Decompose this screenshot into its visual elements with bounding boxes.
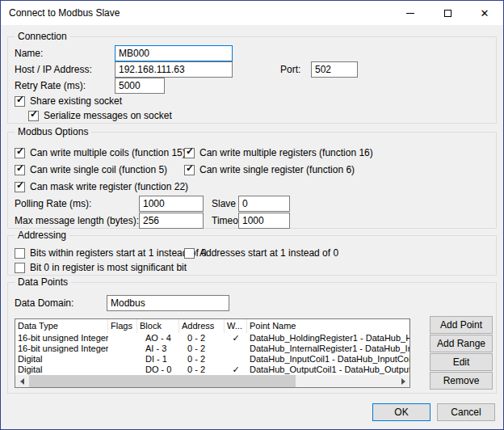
maximize-button[interactable]	[429, 1, 466, 25]
minimize-button[interactable]	[392, 1, 429, 25]
cell-writable-check: ✓	[225, 365, 247, 375]
checkbox-write-multiple-coils[interactable]: ✓ Can write multiple coils (function 15)	[15, 147, 186, 158]
check-icon: ✓	[30, 109, 38, 120]
check-icon: ✓	[16, 146, 24, 157]
cell-writable-check: ✓	[225, 333, 247, 344]
host-input[interactable]	[115, 61, 233, 78]
checkbox-label: Can write single coil (function 5)	[30, 164, 167, 175]
checkbox-box-icon	[184, 248, 195, 259]
checkbox-box-icon: ✓	[184, 165, 195, 175]
checkbox-addresses-start-at-1[interactable]: Addresses start at 1 instead of 0	[184, 247, 338, 259]
remove-button[interactable]: Remove	[430, 372, 493, 390]
column-header-writable[interactable]: W...	[225, 319, 247, 333]
checkbox-serialize-messages[interactable]: ✓ Serialize messages on socket	[28, 110, 172, 121]
column-header-block[interactable]: Block	[137, 319, 179, 333]
edit-button[interactable]: Edit	[430, 353, 493, 371]
retry-rate-input[interactable]	[115, 78, 165, 94]
group-addressing-label: Addressing	[15, 230, 69, 242]
port-input[interactable]	[311, 61, 358, 78]
slave-id-input[interactable]	[238, 196, 290, 212]
scrollbar-thumb[interactable]	[29, 375, 296, 387]
retry-rate-label: Retry Rate (ms):	[15, 80, 86, 91]
cell-point-name: DataHub_OutputCoil1 - DataHub_OutputCoil…	[247, 365, 410, 375]
cell-data-type: Digital	[15, 354, 108, 365]
close-button[interactable]: ✕	[466, 1, 503, 25]
dialog-connect-to-modbus-slave: Connect to Modbus Slave ✕ Connection Nam…	[0, 0, 504, 430]
scroll-right-button[interactable]	[397, 375, 410, 387]
cell-writable-check	[225, 354, 247, 365]
checkbox-label: Addresses start at 1 instead of 0	[200, 247, 338, 259]
check-icon: ✓	[186, 163, 194, 174]
column-header-flags[interactable]: Flags	[108, 319, 137, 333]
horizontal-scrollbar[interactable]	[15, 375, 410, 387]
group-connection: Connection Name: Host / IP Address: Port…	[7, 36, 497, 124]
table-row[interactable]: 16-bit unsigned Integer AI - 3 0 - 2 Dat…	[15, 344, 410, 354]
cell-block: AI - 3	[137, 344, 179, 354]
cell-flags	[108, 333, 137, 344]
cell-data-type: 16-bit unsigned Integer	[15, 333, 108, 344]
maximize-icon	[444, 10, 452, 17]
table-row[interactable]: Digital DI - 1 0 - 2 DataHub_InputCoil1 …	[15, 354, 410, 365]
ok-button[interactable]: OK	[372, 403, 430, 421]
cell-point-name: DataHub_HoldingRegister1 - DataHub_Holdi…	[247, 333, 410, 344]
checkbox-label: Can write multiple registers (function 1…	[200, 147, 373, 158]
group-modbus-options-label: Modbus Options	[15, 126, 91, 138]
cell-address: 0 - 2	[179, 333, 225, 344]
checkbox-box-icon	[15, 248, 25, 259]
checkbox-label: Bit 0 in register is most significant bi…	[30, 262, 187, 273]
checkbox-label: Can write single register (function 6)	[200, 164, 355, 175]
scroll-left-button[interactable]	[15, 375, 28, 387]
table-row[interactable]: Digital DO - 0 0 - 2 ✓ DataHub_OutputCoi…	[15, 365, 410, 375]
cell-writable-check	[225, 344, 247, 354]
add-point-button[interactable]: Add Point	[430, 316, 493, 334]
checkbox-write-single-register[interactable]: ✓ Can write single register (function 6)	[184, 164, 355, 175]
checkbox-label: Share existing socket	[30, 95, 122, 107]
checkbox-share-existing-socket[interactable]: ✓ Share existing socket	[15, 95, 122, 107]
polling-rate-label: Polling Rate (ms):	[15, 198, 91, 209]
scroll-right-icon	[401, 378, 405, 385]
data-domain-label: Data Domain:	[15, 297, 74, 309]
cell-block: DI - 1	[137, 354, 179, 365]
column-header-data-type[interactable]: Data Type	[15, 319, 108, 333]
data-points-list[interactable]: Data Type Flags Block Address W... Point…	[15, 318, 410, 388]
group-data-points-label: Data Points	[15, 276, 71, 289]
checkbox-box-icon	[15, 263, 25, 273]
cell-data-type: Digital	[15, 365, 108, 375]
timeout-input[interactable]	[238, 213, 290, 229]
add-range-button[interactable]: Add Range	[430, 335, 493, 352]
max-message-length-label: Max message length (bytes):	[15, 215, 139, 226]
checkbox-write-single-coil[interactable]: ✓ Can write single coil (function 5)	[15, 164, 167, 175]
cancel-button[interactable]: Cancel	[437, 403, 495, 421]
data-domain-input[interactable]	[107, 295, 229, 311]
checkbox-box-icon: ✓	[15, 182, 25, 192]
checkbox-box-icon: ✓	[15, 165, 25, 175]
checkbox-box-icon: ✓	[15, 148, 25, 158]
name-label: Name:	[15, 48, 43, 59]
cell-point-name: DataHub_InternalRegister1 - DataHub_Inte…	[247, 344, 410, 354]
check-icon: ✓	[16, 163, 24, 174]
check-icon: ✓	[186, 146, 194, 157]
checkbox-write-multiple-registers[interactable]: ✓ Can write multiple registers (function…	[184, 147, 373, 158]
cell-block: AO - 4	[137, 333, 179, 344]
max-message-length-input[interactable]	[139, 213, 204, 229]
scroll-left-icon	[20, 378, 24, 385]
table-row[interactable]: 16-bit unsigned Integer AO - 4 0 - 2 ✓ D…	[15, 333, 410, 344]
name-input[interactable]	[115, 45, 233, 61]
cell-flags	[108, 344, 137, 354]
cell-address: 0 - 2	[179, 365, 225, 375]
checkbox-bit0-most-significant[interactable]: Bit 0 in register is most significant bi…	[15, 262, 187, 273]
caption-buttons: ✕	[392, 1, 503, 25]
scrollbar-track[interactable]	[28, 375, 397, 387]
checkbox-bits-start-at-1[interactable]: Bits within registers start at 1 instead…	[15, 247, 207, 259]
checkbox-label: Can mask write register (function 22)	[30, 181, 188, 192]
column-header-address[interactable]: Address	[179, 319, 225, 333]
group-addressing: Addressing Bits within registers start a…	[7, 235, 497, 276]
minimize-icon	[406, 13, 414, 14]
checkbox-mask-write-register[interactable]: ✓ Can mask write register (function 22)	[15, 181, 188, 192]
cell-data-type: 16-bit unsigned Integer	[15, 344, 108, 354]
port-label: Port:	[280, 64, 300, 75]
polling-rate-input[interactable]	[139, 196, 204, 212]
column-header-point-name[interactable]: Point Name	[247, 319, 410, 333]
checkbox-label: Can write multiple coils (function 15)	[30, 147, 186, 158]
titlebar: Connect to Modbus Slave ✕	[1, 1, 503, 25]
